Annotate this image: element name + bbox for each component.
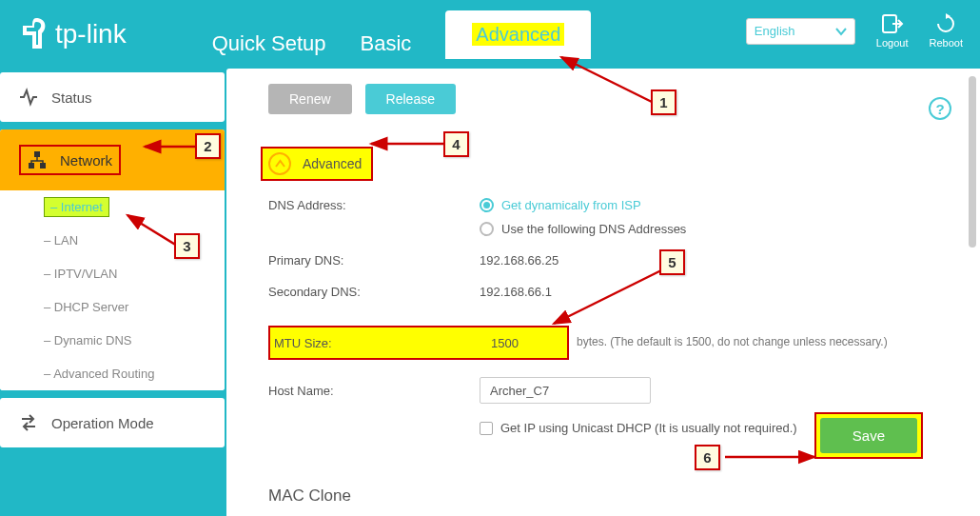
- sidebar-item-ddns[interactable]: – Dynamic DNS: [0, 324, 225, 357]
- sidebar-network-sub: – Internet – LAN – IPTV/VLAN – DHCP Serv…: [0, 190, 225, 390]
- annotation-marker-3: 3: [174, 233, 200, 259]
- sidebar-item-advrouting[interactable]: – Advanced Routing: [0, 357, 225, 390]
- svg-rect-1: [34, 151, 40, 157]
- tab-advanced[interactable]: Advanced: [445, 10, 591, 59]
- release-button[interactable]: Release: [365, 84, 456, 114]
- annotation-marker-4: 4: [443, 131, 469, 157]
- annotation-marker-5: 5: [659, 249, 685, 275]
- hostname-input[interactable]: [480, 377, 651, 404]
- content-panel: ? Renew Release Advanced DNS Address: Ge…: [226, 69, 980, 516]
- mtu-note: bytes. (The default is 1500, do not chan…: [577, 335, 888, 350]
- logout-icon: [881, 13, 904, 34]
- row-mtu: MTU Size: 1500 bytes. (The default is 15…: [268, 326, 959, 360]
- logout-button[interactable]: Logout: [876, 13, 909, 49]
- network-icon: [28, 150, 47, 169]
- collapse-icon: [268, 152, 291, 175]
- secondary-dns-value: 192.168.66.1: [480, 285, 552, 299]
- app-header: tp-link Quick Setup Basic Advanced Engli…: [0, 0, 980, 69]
- header-right: English Logout Reboot: [746, 13, 963, 49]
- tab-quick-setup[interactable]: Quick Setup: [212, 31, 326, 59]
- svg-rect-3: [40, 163, 46, 169]
- radio-dns-dynamic[interactable]: Get dynamically from ISP: [480, 198, 641, 212]
- scrollbar[interactable]: [969, 76, 976, 248]
- chevron-down-icon: [835, 26, 847, 37]
- radio-icon: [480, 222, 494, 236]
- language-select[interactable]: English: [746, 18, 855, 45]
- mtu-input[interactable]: 1500: [480, 327, 519, 358]
- annotation-marker-1: 1: [651, 89, 676, 115]
- svg-rect-2: [29, 163, 34, 169]
- sidebar: Status Network – Internet – LAN – IPTV/V…: [0, 69, 225, 516]
- tab-basic[interactable]: Basic: [361, 31, 412, 59]
- swap-icon: [19, 413, 38, 432]
- mac-clone-heading: MAC Clone: [268, 486, 959, 506]
- brand-logo: tp-link: [19, 14, 127, 54]
- radio-icon: [480, 198, 494, 212]
- sidebar-item-opmode[interactable]: Operation Mode: [0, 398, 225, 447]
- row-hostname: Host Name:: [268, 377, 959, 404]
- sidebar-item-status[interactable]: Status: [0, 72, 225, 122]
- annotation-marker-2: 2: [195, 133, 221, 159]
- pulse-icon: [19, 88, 38, 107]
- advanced-toggle[interactable]: Advanced: [261, 147, 959, 181]
- row-primary-dns: Primary DNS: 192.168.66.25: [268, 253, 959, 268]
- main-tabs: Quick Setup Basic Advanced: [212, 10, 592, 59]
- save-highlight: Save: [814, 412, 923, 459]
- row-dns-static: Use the following DNS Addresses: [268, 222, 959, 236]
- row-dns-address: DNS Address: Get dynamically from ISP: [268, 198, 959, 212]
- primary-dns-value: 192.168.66.25: [480, 253, 559, 268]
- reboot-button[interactable]: Reboot: [930, 13, 963, 49]
- sidebar-item-iptv[interactable]: – IPTV/VLAN: [0, 257, 225, 290]
- language-value: English: [755, 24, 795, 38]
- renew-button[interactable]: Renew: [268, 84, 352, 114]
- sidebar-item-internet[interactable]: – Internet: [0, 190, 225, 224]
- sidebar-item-network[interactable]: Network: [0, 129, 225, 190]
- annotation-marker-6: 6: [695, 445, 720, 470]
- radio-dns-static[interactable]: Use the following DNS Addresses: [480, 222, 686, 236]
- body: Status Network – Internet – LAN – IPTV/V…: [0, 69, 980, 516]
- checkbox-icon: [480, 422, 493, 435]
- row-secondary-dns: Secondary DNS: 192.168.66.1: [268, 285, 959, 299]
- brand-text: tp-link: [55, 19, 127, 50]
- help-button[interactable]: ?: [929, 97, 951, 120]
- unicast-checkbox[interactable]: Get IP using Unicast DHCP (It is usually…: [480, 421, 797, 435]
- save-button[interactable]: Save: [820, 418, 917, 453]
- sidebar-item-dhcp[interactable]: – DHCP Server: [0, 290, 225, 324]
- reboot-icon: [934, 13, 957, 34]
